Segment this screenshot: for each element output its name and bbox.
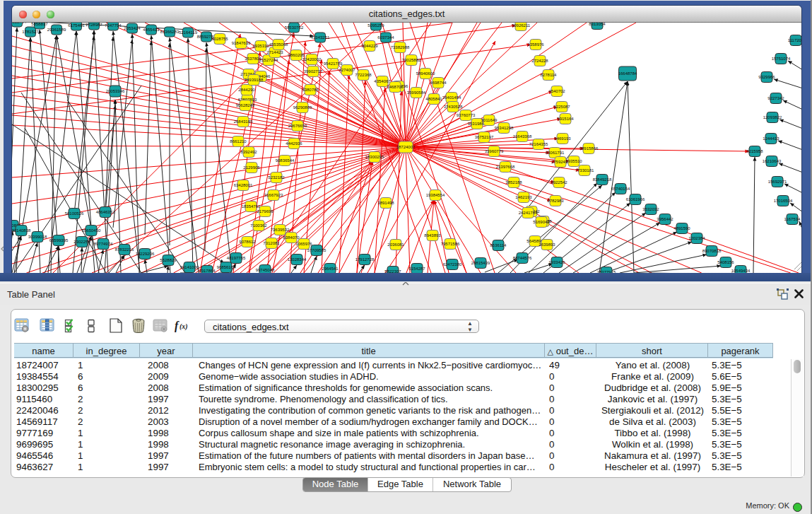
svg-text:33960779: 33960779: [485, 149, 504, 153]
svg-text:8384070: 8384070: [283, 235, 300, 240]
svg-text:20815439: 20815439: [471, 261, 490, 265]
svg-text:45535068: 45535068: [269, 42, 288, 47]
svg-text:81366283: 81366283: [160, 30, 180, 34]
svg-text:61061966: 61061966: [626, 197, 645, 201]
svg-text:96856164: 96856164: [217, 265, 236, 269]
svg-text:65740154: 65740154: [611, 187, 630, 191]
svg-text:8028755: 8028755: [211, 37, 228, 41]
svg-text:56100526: 56100526: [65, 211, 84, 216]
svg-text:2302255: 2302255: [73, 240, 90, 244]
svg-text:13028344: 13028344: [288, 257, 307, 262]
svg-text:2639893: 2639893: [539, 243, 555, 247]
svg-text:3011649: 3011649: [481, 118, 498, 122]
svg-text:99745048: 99745048: [256, 268, 275, 272]
svg-text:1933426: 1933426: [548, 260, 565, 264]
svg-text:77330181: 77330181: [575, 168, 594, 173]
svg-text:7100362: 7100362: [250, 223, 267, 228]
svg-text:1117208: 1117208: [788, 38, 801, 42]
svg-text:19229206: 19229206: [136, 252, 155, 256]
svg-text:26843185: 26843185: [234, 119, 253, 124]
svg-text:2129905: 2129905: [243, 165, 260, 170]
svg-text:83744576: 83744576: [513, 256, 532, 260]
svg-text:58940600: 58940600: [416, 71, 435, 76]
svg-text:f: f: [175, 320, 180, 332]
svg-text:8943893: 8943893: [424, 233, 441, 238]
svg-text:5915164: 5915164: [557, 117, 574, 121]
svg-text:52164119: 52164119: [179, 30, 198, 35]
svg-text:32140838: 32140838: [12, 228, 31, 233]
svg-text:9782983: 9782983: [547, 199, 564, 203]
svg-text:29361589: 29361589: [47, 28, 66, 32]
svg-text:57709585: 57709585: [307, 248, 326, 252]
svg-text:48197765: 48197765: [227, 256, 246, 260]
svg-text:2036081: 2036081: [387, 243, 404, 247]
svg-text:24241764: 24241764: [519, 211, 538, 215]
svg-text:7722368: 7722368: [355, 73, 372, 77]
svg-text:73382988: 73382988: [391, 45, 410, 49]
svg-text:5380786: 5380786: [302, 88, 319, 92]
svg-text:5154287: 5154287: [408, 267, 425, 271]
svg-text:8536114: 8536114: [490, 243, 507, 247]
svg-text:1468706: 1468706: [387, 85, 404, 89]
svg-text:2728987: 2728987: [86, 23, 102, 27]
svg-text:99141000: 99141000: [180, 265, 199, 269]
svg-text:83061791: 83061791: [546, 151, 565, 155]
svg-text:1781527: 1781527: [22, 30, 39, 34]
svg-text:96290869: 96290869: [293, 105, 312, 110]
svg-text:4540702: 4540702: [548, 89, 565, 93]
svg-text:4442936: 4442936: [286, 141, 302, 146]
svg-text:36752197: 36752197: [475, 135, 494, 139]
svg-text:10549434: 10549434: [731, 269, 751, 273]
svg-text:5232182: 5232182: [268, 175, 285, 180]
svg-text:3532032: 3532032: [642, 207, 659, 211]
svg-text:87832216: 87832216: [115, 247, 134, 252]
svg-text:73639532: 73639532: [271, 228, 290, 232]
svg-text:36401454: 36401454: [442, 95, 461, 100]
svg-text:7247794: 7247794: [105, 23, 122, 28]
svg-text:3852188: 3852188: [505, 180, 522, 185]
svg-text:43343251: 43343251: [311, 35, 330, 40]
svg-text:2053424: 2053424: [124, 26, 141, 30]
svg-text:5408156: 5408156: [717, 260, 734, 264]
svg-text:4805841: 4805841: [425, 97, 442, 101]
svg-text:1167534: 1167534: [784, 217, 801, 221]
svg-text:7312081: 7312081: [263, 241, 280, 245]
svg-text:5169042: 5169042: [533, 220, 550, 224]
svg-text:16648784: 16648784: [618, 71, 637, 76]
svg-text:1358976: 1358976: [527, 42, 544, 47]
svg-text:9922542: 9922542: [551, 180, 567, 185]
svg-text:70025882: 70025882: [402, 58, 421, 62]
svg-text:91847639: 91847639: [232, 41, 251, 45]
svg-text:1244413: 1244413: [763, 136, 779, 141]
svg-text:9329966: 9329966: [758, 75, 775, 79]
svg-text:3891498: 3891498: [377, 201, 394, 205]
svg-text:66599395: 66599395: [49, 238, 69, 243]
svg-text:98915866: 98915866: [579, 146, 599, 151]
svg-text:(x): (x): [180, 322, 188, 331]
svg-text:2844290: 2844290: [238, 88, 255, 92]
svg-text:9227342: 9227342: [767, 96, 784, 100]
svg-text:1462193: 1462193: [515, 195, 532, 199]
svg-text:31667923: 31667923: [264, 193, 283, 197]
svg-text:2017864: 2017864: [199, 269, 216, 273]
svg-text:72164355: 72164355: [529, 142, 548, 146]
svg-text:21643368: 21643368: [513, 134, 532, 139]
svg-text:32420002: 32420002: [302, 57, 322, 62]
svg-text:9078612: 9078612: [239, 240, 256, 244]
svg-text:18300295: 18300295: [365, 155, 384, 159]
svg-text:8392492: 8392492: [240, 150, 257, 154]
svg-text:29676659: 29676659: [288, 124, 307, 128]
svg-text:19384554: 19384554: [426, 193, 445, 197]
svg-text:8661210: 8661210: [230, 139, 247, 144]
svg-text:8278114: 8278114: [541, 73, 558, 77]
svg-text:15692971: 15692971: [768, 180, 787, 184]
svg-text:93760773: 93760773: [457, 113, 476, 117]
svg-text:95421789: 95421789: [324, 62, 343, 66]
svg-text:4274007: 4274007: [339, 68, 355, 72]
svg-text:4455413: 4455413: [143, 28, 160, 32]
svg-text:1202384: 1202384: [688, 236, 705, 240]
svg-text:4698744: 4698744: [430, 81, 447, 85]
svg-text:79571586: 79571586: [441, 242, 460, 246]
svg-text:3956442: 3956442: [657, 217, 673, 221]
svg-text:74939188: 74939188: [245, 78, 264, 82]
